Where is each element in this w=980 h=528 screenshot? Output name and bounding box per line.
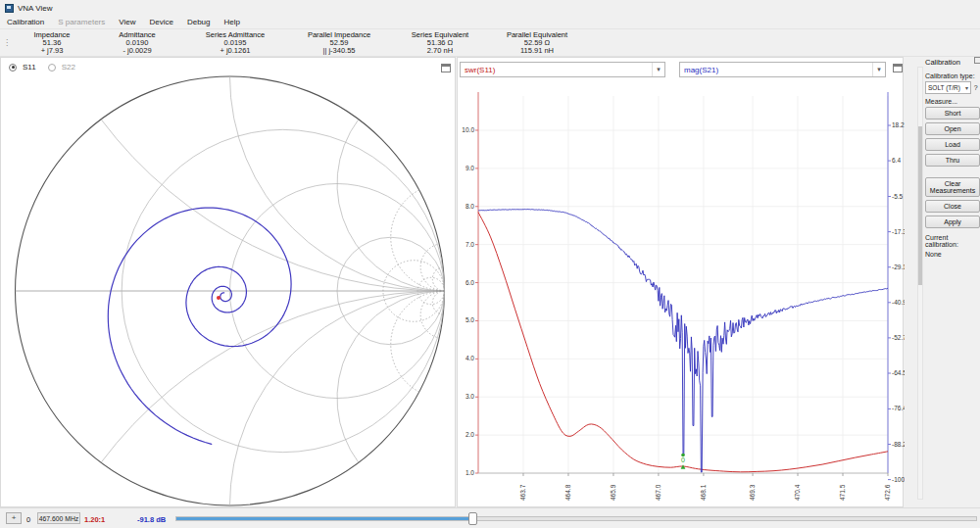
- marker-index: 0: [26, 515, 30, 524]
- svg-text:-88.2: -88.2: [892, 441, 905, 448]
- svg-text:465.9: 465.9: [610, 484, 616, 501]
- s11-radio[interactable]: [9, 64, 17, 72]
- measure-open-button[interactable]: Open: [925, 122, 980, 135]
- marker-swr-value: 1.20:1: [84, 515, 105, 524]
- svg-text:-40.9: -40.9: [892, 299, 905, 306]
- readout-value-2: - j0.0029: [90, 47, 184, 55]
- scrollbar-thumb[interactable]: [918, 126, 922, 285]
- slider-fill: [176, 517, 472, 520]
- current-calibration-value: None: [925, 251, 980, 258]
- measure-load-button[interactable]: Load: [925, 138, 980, 151]
- svg-text:-100.0: -100.0: [892, 476, 905, 483]
- s22-radio-label: S22: [62, 63, 75, 72]
- sparam-plot-panel: 10.09.08.07.06.05.04.03.02.01.018.26.4-5…: [457, 57, 904, 507]
- calibration-help-button[interactable]: ?: [971, 82, 980, 94]
- svg-text:9.0: 9.0: [466, 165, 474, 171]
- smith-toolbar: S11 S22: [1, 58, 455, 79]
- chevron-down-icon: ▾: [652, 63, 664, 76]
- svg-text:-29.1: -29.1: [892, 264, 905, 270]
- svg-text:468.1: 468.1: [700, 484, 707, 501]
- smith-grid: [16, 76, 445, 505]
- readout-value-2: + j0.1261: [184, 47, 286, 55]
- svg-text:467.0: 467.0: [655, 484, 662, 501]
- svg-text:2.0: 2.0: [466, 431, 474, 438]
- svg-text:3.0: 3.0: [466, 393, 474, 400]
- vertical-scrollbar[interactable]: [917, 67, 923, 500]
- window-title: VNA View: [18, 4, 52, 13]
- vna-view-window: VNA View CalibrationS parametersViewDevi…: [0, 0, 980, 528]
- s22-radio[interactable]: [48, 64, 56, 72]
- menu-item-calibration[interactable]: Calibration: [0, 16, 51, 29]
- clear-measurements-button[interactable]: Clear Measurements: [925, 177, 980, 197]
- smith-marker-0: [217, 296, 220, 300]
- chevron-down-icon: ▾: [962, 84, 970, 91]
- trace-mag-s21-: [478, 210, 888, 473]
- title-bar: VNA View: [0, 0, 980, 16]
- measurement-readouts: ⋮ Impedance51.36+ j7.93Admittance0.0190-…: [0, 29, 980, 57]
- svg-text:-64.5: -64.5: [892, 369, 905, 376]
- right-trace-combo[interactable]: mag(S21) ▾: [679, 62, 886, 77]
- svg-text:470.4: 470.4: [794, 484, 801, 501]
- chevron-down-icon: ▾: [872, 63, 885, 76]
- svg-text:0: 0: [681, 456, 685, 463]
- svg-text:472.6: 472.6: [884, 484, 891, 501]
- svg-text:7.0: 7.0: [466, 241, 474, 248]
- main-area: S11 S22 10.09.08.07.06.05.04.03.02.01.01…: [0, 57, 980, 507]
- calibration-type-label: Calibration type:: [925, 72, 980, 79]
- readout-admittance: Admittance0.0190- j0.0029: [90, 29, 184, 56]
- readout-parallel-impedance: Parallel Impedance52.59|| j-340.55: [286, 29, 392, 56]
- readout-series-admittance: Series Admittance0.0195+ j0.1261: [184, 29, 286, 56]
- readout-impedance: Impedance51.36+ j7.93: [14, 29, 90, 56]
- marker-frequency-slider[interactable]: [175, 516, 977, 521]
- menu-bar: CalibrationS parametersViewDeviceDebugHe…: [0, 16, 980, 29]
- menu-item-help[interactable]: Help: [218, 16, 247, 29]
- readout-series-equivalent: Series Equivalent51.36 Ω2.70 nH: [392, 29, 488, 56]
- readout-value-2: + j7.93: [14, 47, 90, 55]
- svg-text:6.4: 6.4: [892, 157, 901, 164]
- svg-text:463.7: 463.7: [519, 484, 526, 501]
- calibration-dock-title: Calibration: [925, 58, 980, 67]
- menu-item-view[interactable]: View: [112, 16, 142, 29]
- right-trace-combo-value: mag(S21): [680, 66, 872, 74]
- menu-item-device[interactable]: Device: [142, 16, 179, 29]
- slider-thumb[interactable]: [468, 512, 477, 525]
- left-trace-combo[interactable]: swr(S11) ▾: [460, 62, 665, 77]
- s11-trace: [108, 208, 291, 444]
- svg-text:-5.5: -5.5: [892, 193, 904, 200]
- readouts-drag-handle[interactable]: ⋮: [0, 29, 14, 56]
- measure-label: Measure...: [925, 98, 980, 105]
- readout-parallel-equivalent: Parallel Equivalent52.59 Ω115.91 nH: [488, 29, 586, 56]
- measure-short-button[interactable]: Short: [925, 107, 980, 120]
- plot-detach-icon[interactable]: [893, 64, 903, 72]
- marker-s21-value: -91.8 dB: [137, 515, 166, 524]
- svg-text:-17.3: -17.3: [892, 228, 905, 235]
- svg-text:-76.4: -76.4: [892, 405, 905, 411]
- svg-text:464.8: 464.8: [564, 484, 571, 501]
- marker-spin-button[interactable]: +: [6, 512, 22, 524]
- dock-float-icon[interactable]: [974, 57, 980, 64]
- svg-text:4.0: 4.0: [466, 355, 474, 361]
- svg-text:469.3: 469.3: [749, 484, 756, 501]
- smith-chart-panel: S11 S22: [0, 57, 456, 507]
- s-parameter-plot: 10.09.08.07.06.05.04.03.02.01.018.26.4-5…: [458, 58, 905, 508]
- plot-toolbar: swr(S11) ▾ mag(S21) ▾: [458, 58, 903, 79]
- measure-thru-button[interactable]: Thru: [925, 154, 980, 167]
- menu-item-s-parameters[interactable]: S parameters: [51, 16, 112, 29]
- svg-text:10.0: 10.0: [462, 126, 474, 133]
- s11-radio-label: S11: [23, 63, 36, 72]
- svg-text:18.2: 18.2: [892, 121, 905, 128]
- svg-text:1.0: 1.0: [466, 469, 474, 476]
- left-trace-combo-value: swr(S11): [461, 66, 652, 74]
- readout-value-2: 2.70 nH: [392, 47, 488, 55]
- svg-text:471.5: 471.5: [839, 484, 846, 501]
- smith-detach-icon[interactable]: [441, 64, 451, 72]
- smith-chart: [1, 58, 457, 508]
- marker-frequency-field[interactable]: 467.600 MHz: [37, 512, 80, 524]
- close-button[interactable]: Close: [925, 200, 980, 213]
- apply-button[interactable]: Apply: [925, 216, 980, 228]
- calibration-type-value: SOLT (T/R): [926, 84, 962, 91]
- menu-item-debug[interactable]: Debug: [180, 16, 218, 29]
- svg-text:8.0: 8.0: [466, 203, 474, 210]
- readout-value-2: 115.91 nH: [488, 47, 586, 55]
- calibration-type-combo[interactable]: SOLT (T/R) ▾: [925, 81, 971, 94]
